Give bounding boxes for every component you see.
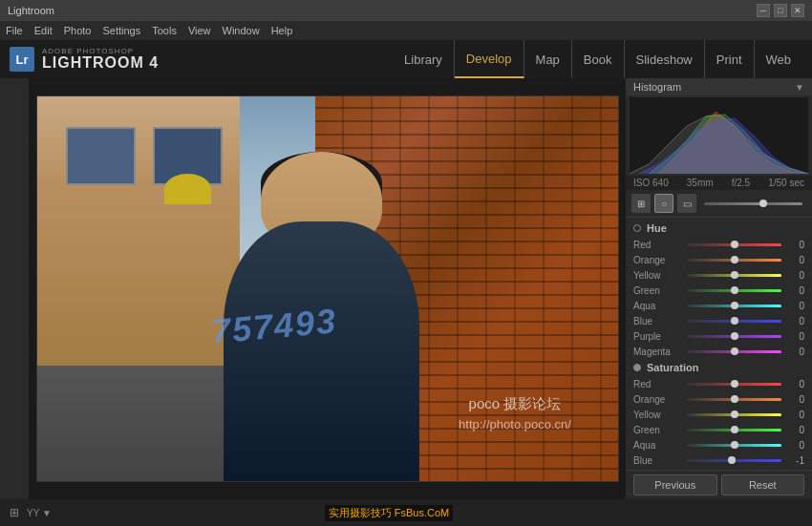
slider-hue-green: Green 0 [626, 283, 812, 298]
value-sat-yellow: 0 [785, 410, 804, 420]
saturation-sliders: Red 0 Orange 0 Yellow [626, 376, 812, 470]
track-hue-blue[interactable] [687, 320, 781, 323]
right-panel: Histogram ▼ [626, 78, 812, 499]
slider-hue-orange: Orange 0 [626, 252, 812, 267]
slider-sat-orange: Orange 0 [626, 391, 812, 407]
track-hue-green[interactable] [687, 289, 781, 292]
label-sat-green: Green [633, 425, 683, 435]
menu-window[interactable]: Window [223, 25, 260, 36]
camera-iso: ISO 640 [633, 178, 669, 188]
track-sat-aqua[interactable] [687, 444, 781, 447]
nav-map[interactable]: Map [524, 40, 572, 78]
label-hue-blue: Blue [633, 316, 683, 326]
hue-sliders: Red 0 Orange 0 Yellow [626, 237, 812, 359]
top-header: Lr ADOBE PHOTOSHOP LIGHTROOM 4 Library D… [0, 40, 812, 78]
track-sat-yellow[interactable] [687, 413, 781, 416]
camera-info: ISO 640 35mm f/2.5 1/50 sec [626, 176, 812, 190]
hue-section-header[interactable]: Hue [626, 220, 812, 237]
tool-slider[interactable] [704, 202, 802, 205]
value-sat-red: 0 [785, 379, 804, 389]
value-hue-green: 0 [785, 285, 804, 296]
value-sat-aqua: 0 [785, 440, 804, 451]
track-sat-orange[interactable] [687, 398, 781, 401]
label-hue-purple: Purple [633, 331, 683, 342]
bottom-bar: ⊞ YY ▼ 实用摄影技巧 FsBus.CoM [0, 499, 812, 526]
slider-hue-purple: Purple 0 [626, 328, 812, 344]
title-bar-controls: ─ □ ✕ [757, 4, 804, 17]
menu-edit[interactable]: Edit [34, 25, 53, 36]
slider-hue-aqua: Aqua 0 [626, 298, 812, 313]
circle-tool[interactable]: ○ [654, 194, 673, 213]
track-hue-aqua[interactable] [687, 305, 781, 307]
title-bar: Lightroom ─ □ ✕ [0, 0, 812, 21]
app-name: LIGHTROOM 4 [42, 55, 159, 71]
menu-tools[interactable]: Tools [152, 25, 177, 36]
label-hue-green: Green [633, 285, 683, 296]
poco-watermark: poco 摄影论坛 http://photo.poco.cn/ [459, 392, 571, 435]
tools-row: ⊞ ○ ▭ [626, 190, 812, 218]
slider-hue-magenta: Magenta 0 [626, 344, 812, 359]
saturation-section-name: Saturation [647, 362, 698, 373]
lr-badge: Lr [10, 47, 34, 72]
histogram-dropdown-icon[interactable]: ▼ [795, 82, 804, 93]
sliders-panel[interactable]: Hue Red 0 Orange 0 [626, 218, 812, 470]
reset-button[interactable]: Reset [721, 474, 805, 495]
minimize-button[interactable]: ─ [757, 4, 770, 17]
nav-print[interactable]: Print [705, 40, 755, 78]
slider-hue-blue: Blue 0 [626, 313, 812, 328]
label-hue-yellow: Yellow [633, 270, 683, 281]
value-hue-yellow: 0 [785, 270, 804, 281]
value-sat-blue: -1 [785, 455, 804, 466]
track-hue-red[interactable] [687, 243, 781, 246]
maximize-button[interactable]: □ [774, 4, 787, 17]
camera-shutter: 1/50 sec [768, 178, 804, 188]
label-sat-yellow: Yellow [633, 410, 683, 420]
menu-help[interactable]: Help [271, 25, 293, 36]
close-button[interactable]: ✕ [791, 4, 804, 17]
crop-tool[interactable]: ⊞ [631, 194, 651, 213]
grid-view-icon[interactable]: ⊞ [10, 506, 19, 519]
nav-develop[interactable]: Develop [455, 40, 524, 78]
track-sat-blue[interactable] [687, 459, 781, 462]
hue-dot [633, 224, 641, 232]
menu-view[interactable]: View [188, 25, 211, 36]
menu-file[interactable]: File [6, 25, 23, 36]
track-hue-purple[interactable] [687, 335, 781, 338]
histogram-area [630, 97, 808, 174]
label-hue-red: Red [633, 240, 683, 250]
poco-url: http://photo.poco.cn/ [459, 415, 571, 435]
slider-sat-blue: Blue -1 [626, 452, 812, 468]
view-selector[interactable]: YY ▼ [27, 508, 52, 518]
track-sat-red[interactable] [687, 383, 781, 386]
photo-frame: 757493 poco 摄影论坛 http://photo.poco.cn/ [36, 95, 619, 482]
label-hue-orange: Orange [633, 255, 683, 265]
person-body [224, 221, 418, 481]
track-hue-magenta[interactable] [687, 350, 781, 353]
slider-sat-yellow: Yellow 0 [626, 407, 812, 422]
camera-focal: 35mm [687, 178, 714, 188]
menu-settings[interactable]: Settings [102, 25, 140, 36]
app-logo: Lr ADOBE PHOTOSHOP LIGHTROOM 4 [0, 47, 168, 72]
window-1 [66, 127, 136, 184]
nav-book[interactable]: Book [572, 40, 625, 78]
nav-library[interactable]: Library [393, 40, 455, 78]
track-sat-green[interactable] [687, 429, 781, 431]
nav-web[interactable]: Web [755, 40, 803, 78]
bottom-watermark: 实用摄影技巧 FsBus.CoM [325, 505, 454, 521]
center-area: 757493 poco 摄影论坛 http://photo.poco.cn/ [29, 78, 626, 499]
label-sat-aqua: Aqua [633, 440, 683, 451]
saturation-dot [633, 364, 641, 371]
saturation-section-header[interactable]: Saturation [626, 359, 812, 376]
main-layout: 757493 poco 摄影论坛 http://photo.poco.cn/ H… [0, 78, 812, 499]
top-nav: Library Develop Map Book Slideshow Print… [393, 40, 802, 78]
menu-photo[interactable]: Photo [64, 25, 92, 36]
camera-aperture: f/2.5 [732, 178, 750, 188]
value-hue-purple: 0 [785, 331, 804, 342]
track-hue-orange[interactable] [687, 259, 781, 262]
nav-slideshow[interactable]: Slideshow [625, 40, 705, 78]
track-hue-yellow[interactable] [687, 274, 781, 277]
previous-button[interactable]: Previous [633, 474, 717, 495]
hue-section-name: Hue [647, 222, 667, 234]
left-panel [0, 78, 29, 499]
rect-tool[interactable]: ▭ [677, 194, 696, 213]
